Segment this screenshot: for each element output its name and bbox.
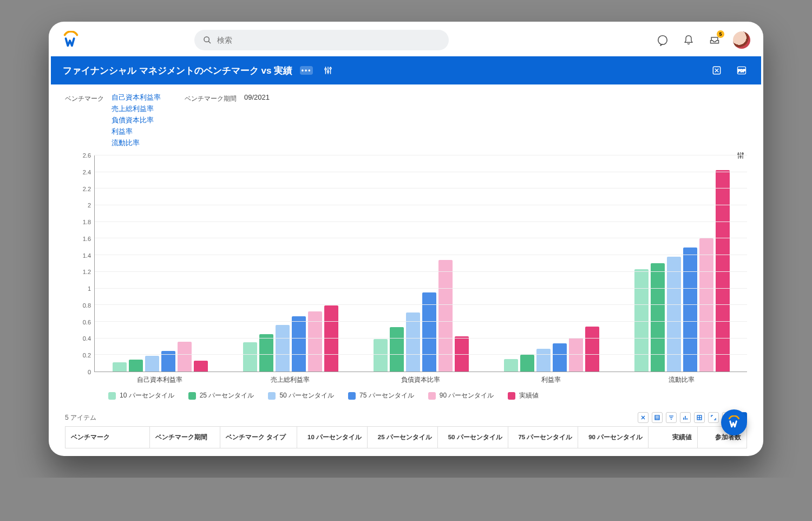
chart-bar[interactable]: [194, 361, 208, 372]
legend-label: 90 パーセンタイル: [440, 391, 494, 400]
legend-label: 実績値: [519, 391, 539, 400]
table-header[interactable]: ベンチマーク タイプ: [220, 427, 297, 448]
search-input[interactable]: [217, 36, 440, 44]
x-tick-label: 利益率: [486, 372, 617, 385]
search-box[interactable]: [194, 30, 449, 50]
period-filter-label: ベンチマーク期間: [185, 93, 237, 103]
x-tick-label: 負債資本比率: [355, 372, 486, 385]
table-header[interactable]: 実績値: [649, 427, 698, 448]
legend-item[interactable]: 25 パーセンタイル: [188, 391, 254, 400]
chart-bar[interactable]: [634, 269, 649, 372]
chart-bar[interactable]: [651, 263, 665, 372]
benchmark-link[interactable]: 自己資本利益率: [112, 93, 161, 102]
x-tick-label: 流動比率: [617, 372, 747, 385]
table-filter-icon[interactable]: [666, 412, 677, 423]
legend-label: 25 パーセンタイル: [200, 391, 254, 400]
chart-bar[interactable]: [129, 360, 143, 372]
chart-bar[interactable]: [178, 342, 192, 372]
table-chart-icon[interactable]: [680, 412, 691, 423]
legend-swatch: [268, 392, 276, 400]
legend-item[interactable]: 10 パーセンタイル: [108, 391, 174, 400]
table-export-excel-icon[interactable]: [638, 412, 649, 423]
chart-bar[interactable]: [585, 327, 599, 372]
svg-rect-18: [655, 415, 659, 420]
y-tick-label: 1: [88, 285, 91, 292]
svg-point-0: [204, 37, 209, 42]
chart-bar[interactable]: [374, 339, 388, 372]
adjust-icon[interactable]: [320, 63, 336, 78]
y-tick-label: 0.6: [83, 319, 91, 325]
chart-y-axis: 00.20.40.60.811.21.41.61.822.22.42.6: [65, 155, 94, 372]
table-header[interactable]: ベンチマーク: [66, 427, 150, 448]
export-pdf-icon[interactable]: PDF: [734, 63, 749, 78]
chart-bar[interactable]: [716, 170, 730, 372]
chart-bar[interactable]: [520, 355, 534, 372]
y-tick-label: 1.8: [83, 219, 91, 225]
chart-bar[interactable]: [683, 248, 697, 372]
report-prompts: ベンチマーク 自己資本利益率 売上総利益率 負債資本比率 利益率 流動比率 ベン…: [51, 84, 761, 153]
table-grid-icon[interactable]: [694, 412, 705, 423]
table-header[interactable]: 90 パーセンタイル: [578, 427, 649, 448]
data-table[interactable]: ベンチマーク ベンチマーク期間 ベンチマーク タイプ 10 パーセンタイル 25…: [65, 426, 747, 448]
chart-bar[interactable]: [243, 342, 257, 372]
benchmark-filter-label: ベンチマーク: [65, 93, 104, 103]
table-expand-icon[interactable]: [708, 412, 719, 423]
chat-icon[interactable]: [655, 32, 670, 48]
y-tick-label: 0.8: [83, 302, 91, 309]
y-tick-label: 0.4: [83, 335, 91, 342]
help-fab[interactable]: [721, 409, 747, 435]
y-tick-label: 2.6: [83, 152, 91, 159]
chart-bar[interactable]: [161, 351, 175, 372]
chart-bar[interactable]: [276, 325, 290, 372]
tray-badge: 5: [717, 30, 724, 38]
y-tick-label: 0: [88, 369, 91, 375]
tray-icon[interactable]: 5: [707, 32, 722, 48]
svg-point-6: [328, 71, 329, 73]
y-tick-label: 2: [88, 202, 91, 209]
table-header[interactable]: ベンチマーク期間: [149, 427, 220, 448]
legend-label: 75 パーセンタイル: [359, 391, 414, 400]
benchmark-link[interactable]: 売上総利益率: [112, 105, 161, 114]
chart-bar[interactable]: [259, 334, 273, 372]
legend-label: 50 パーセンタイル: [279, 391, 334, 400]
avatar[interactable]: [733, 31, 750, 49]
export-excel-icon[interactable]: [709, 63, 724, 78]
chart-bar[interactable]: [553, 343, 567, 372]
chart-bar[interactable]: [536, 349, 551, 372]
bell-icon[interactable]: [681, 32, 696, 48]
legend-item[interactable]: 75 パーセンタイル: [348, 391, 414, 400]
chart-zone: 00.20.40.60.811.21.41.61.822.22.42.6 自己資…: [51, 153, 761, 409]
y-tick-label: 2.4: [83, 169, 91, 175]
svg-point-8: [330, 68, 331, 69]
table-header[interactable]: 75 パーセンタイル: [508, 427, 578, 448]
more-actions-button[interactable]: •••: [300, 66, 313, 75]
chart-bar[interactable]: [292, 316, 306, 372]
legend-item[interactable]: 実績値: [508, 391, 539, 400]
table-header[interactable]: 10 パーセンタイル: [297, 427, 368, 448]
chart-x-axis: 自己資本利益率売上総利益率負債資本比率利益率流動比率: [94, 372, 747, 385]
benchmark-link[interactable]: 利益率: [112, 127, 161, 136]
chart-plot-area: [94, 155, 747, 372]
chart-bar[interactable]: [308, 311, 322, 372]
chart-bar[interactable]: [145, 356, 159, 372]
y-tick-label: 2.2: [83, 186, 91, 192]
table-header[interactable]: 25 パーセンタイル: [368, 427, 438, 448]
legend-item[interactable]: 90 パーセンタイル: [428, 391, 494, 400]
chart-bar[interactable]: [390, 327, 404, 372]
page-title: ファイナンシャル マネジメントのベンチマーク vs 実績: [63, 64, 292, 77]
svg-text:PDF: PDF: [738, 69, 745, 73]
item-count: 5 アイテム: [65, 413, 96, 422]
legend-item[interactable]: 50 パーセンタイル: [268, 391, 334, 400]
chart-bar[interactable]: [504, 359, 518, 372]
x-tick-label: 自己資本利益率: [94, 372, 225, 385]
chart-bar[interactable]: [113, 362, 127, 372]
svg-line-1: [208, 41, 211, 43]
benchmark-link[interactable]: 負債資本比率: [112, 116, 161, 125]
y-tick-label: 1.2: [83, 269, 91, 275]
table-header[interactable]: 50 パーセンタイル: [437, 427, 508, 448]
table-columns-icon[interactable]: [652, 412, 663, 423]
benchmark-link[interactable]: 流動比率: [112, 139, 161, 148]
legend-swatch: [188, 392, 196, 400]
chart-bar[interactable]: [324, 305, 338, 372]
workday-logo[interactable]: [62, 31, 80, 49]
